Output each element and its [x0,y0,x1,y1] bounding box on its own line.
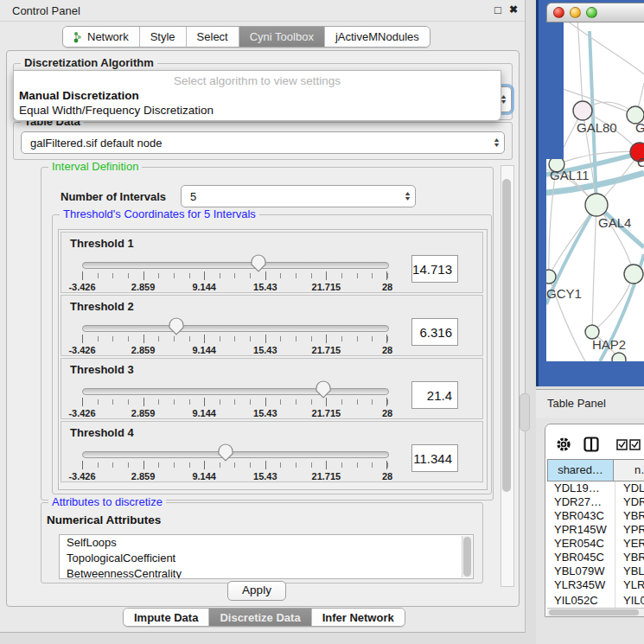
tick-label: 21.715 [312,471,341,481]
table-data-group: Table Data galFiltered.sif default node … [13,122,513,160]
table-row[interactable]: YBL079WYBL0 [547,564,644,578]
tab-discretize-data[interactable]: Discretize Data [208,609,310,626]
slider-thumb[interactable] [316,380,331,399]
node-label: GCY1 [546,286,582,301]
node-gcy1[interactable] [546,270,556,284]
threshold-label: Threshold 1 [70,237,134,250]
tick-label: 2.859 [131,345,156,355]
slider-thumb[interactable] [169,317,184,336]
threshold-slider[interactable]: -3.4262.8599.14415.4321.71528 [82,320,387,354]
select-all-checkboxes-icon[interactable] [616,439,642,450]
cell[interactable]: YBL0 [623,564,644,578]
table-data-select[interactable]: galFiltered.sif default node ▲▼ [21,131,505,154]
table-horizontal-scrollbar[interactable] [547,608,644,617]
columns-icon[interactable] [583,437,599,452]
tab-infer-network[interactable]: Infer Network [311,609,405,626]
tab-jactivemnodules[interactable]: jActiveMNodules [324,27,430,47]
tab-label: Cyni Toolbox [250,30,314,43]
apply-button[interactable]: Apply [227,581,286,601]
threshold-value-field[interactable]: 21.4 [411,381,458,409]
cell[interactable]: YIL0 [623,594,644,608]
slider-track[interactable] [82,388,389,395]
zoom-window-icon[interactable] [586,7,597,18]
threshold-slider[interactable]: -3.4262.8599.14415.4321.71528 [82,257,387,291]
table-row[interactable]: YBR043CYBR0 [547,509,644,523]
minimize-window-icon[interactable] [570,7,581,18]
tab-impute-data[interactable]: Impute Data [124,609,208,626]
dropdown-placeholder-item: Select algorithm to view settings [14,73,501,88]
cell[interactable]: YDL19… [554,481,600,495]
threshold-value-field[interactable]: 14.713 [411,255,458,283]
node-h[interactable] [624,265,643,284]
settings-gear-icon[interactable] [556,437,571,452]
node-gal4[interactable] [585,194,608,216]
threshold-slider[interactable]: -3.4262.8599.14415.4321.71528 [82,446,387,481]
threshold-slider[interactable]: -3.4262.8599.14415.4321.71528 [82,383,387,418]
node-gal80[interactable] [573,101,592,120]
table-row[interactable]: YBR045CYBR0 [547,551,644,564]
cell[interactable]: YPR145W [554,523,607,537]
cell[interactable]: YLR3 [623,578,644,592]
cell[interactable]: YDR2 [623,495,644,509]
node-partial-bottom[interactable] [612,353,626,361]
cell[interactable]: YPR1 [623,523,644,537]
list-scrollbar[interactable] [462,536,472,577]
slider-thumb[interactable] [218,443,233,462]
scrollbar-thumb[interactable] [502,179,511,492]
column-header-shared-name[interactable]: shared… [547,459,614,481]
scrollbar-thumb[interactable] [549,609,639,615]
threshold-label: Threshold 4 [70,426,134,439]
network-window-titlebar[interactable] [546,3,644,22]
close-window-icon[interactable] [553,7,564,18]
cell[interactable]: YBL079W [554,564,605,578]
table-row[interactable]: YPR145WYPR1 [547,523,644,537]
slider-thumb[interactable] [251,254,266,273]
column-header-name[interactable]: n… [613,459,644,481]
cell[interactable]: YDL1 [623,481,644,495]
cell[interactable]: YDR27… [554,495,602,509]
threshold-value-field[interactable]: 11.344 [411,444,458,472]
cell[interactable]: YER0 [623,537,644,551]
slider-track[interactable] [82,325,389,332]
slider-track[interactable] [82,262,389,269]
table-row[interactable]: YER054CYER0 [547,537,644,551]
float-panel-icon[interactable]: □ [494,3,501,16]
tab-label: jActiveMNodules [335,30,419,43]
slider-minor-ticks [82,399,388,405]
list-item[interactable]: TopologicalCoefficient [60,551,473,566]
scrollbar-thumb[interactable] [463,537,471,577]
tab-style[interactable]: Style [139,27,186,47]
num-intervals-select[interactable]: 5 ▲▼ [181,185,416,207]
tab-label: Style [150,30,175,43]
threshold-value-field[interactable]: 6.316 [411,318,458,346]
table-row[interactable]: YDL19…YDL1 [547,481,644,495]
right-column: GAL80 GA C GAL11 GAL4 GCY1 HAP2 Table Pa… [536,0,644,644]
tab-select[interactable]: Select [186,27,239,47]
cell[interactable]: YBR043C [554,509,604,523]
attributes-group: Attributes to discretize Numerical Attri… [41,502,483,583]
tick-label: 9.144 [192,471,216,481]
node-label: GAL80 [577,120,617,135]
slider-track[interactable] [82,451,389,458]
numerical-attributes-list[interactable]: SelfLoops TopologicalCoefficient Between… [59,534,474,579]
list-item[interactable]: BetweennessCentrality [60,566,473,579]
cell[interactable]: YIL052C [554,594,598,608]
cell[interactable]: YBR0 [623,509,644,523]
panel-splitter-handle[interactable] [520,393,530,431]
cell[interactable]: YLR345W [554,578,605,592]
tab-cyni-toolbox[interactable]: Cyni Toolbox [239,27,324,47]
dropdown-option-equal-width-frequency[interactable]: Equal Width/Frequency Discretization [14,103,501,118]
slider-major-tick [143,335,144,343]
cell[interactable]: YBR0 [623,551,644,564]
table-row[interactable]: YLR345WYLR3 [547,578,644,592]
network-canvas[interactable]: GAL80 GA C GAL11 GAL4 GCY1 HAP2 [546,22,644,361]
table-row[interactable]: YIL052CYIL0 [547,594,644,608]
table-row[interactable]: YDR27…YDR2 [547,495,644,509]
close-panel-icon[interactable]: ✖ [509,3,518,16]
tab-network[interactable]: Network [63,27,139,47]
cell[interactable]: YBR045C [554,551,604,564]
dropdown-option-manual-discretization[interactable]: Manual Discretization [14,88,501,103]
content-scrollbar[interactable] [501,165,514,587]
cell[interactable]: YER054C [554,537,604,551]
list-item[interactable]: SelfLoops [60,535,473,551]
